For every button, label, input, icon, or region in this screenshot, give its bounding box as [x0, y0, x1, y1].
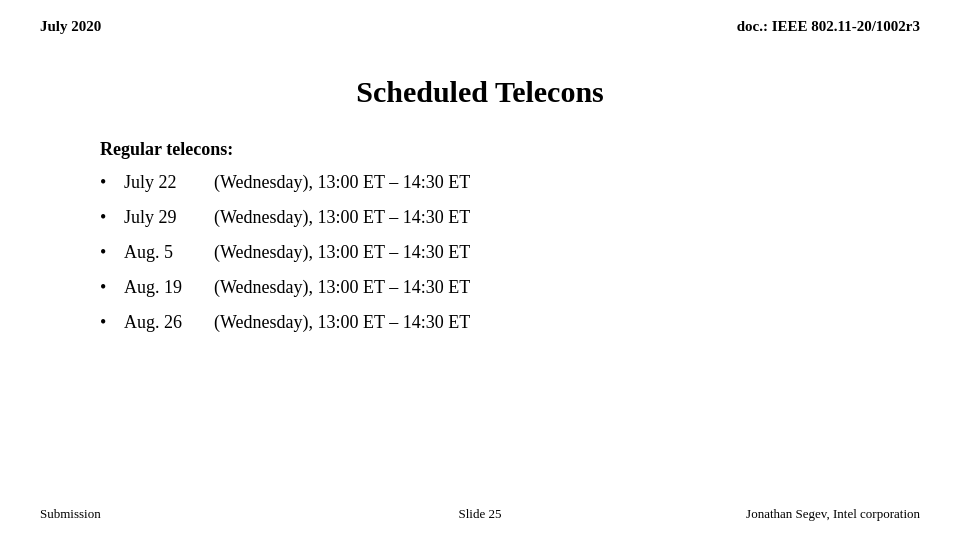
- list-item: •July 22(Wednesday), 13:00 ET – 14:30 ET: [100, 172, 920, 193]
- list-item: •July 29(Wednesday), 13:00 ET – 14:30 ET: [100, 207, 920, 228]
- footer-center: Slide 25: [459, 506, 502, 522]
- telecon-detail: (Wednesday), 13:00 ET – 14:30 ET: [214, 207, 470, 228]
- bullet-icon: •: [100, 172, 124, 193]
- header-left: July 2020: [40, 18, 101, 35]
- footer-left: Submission: [40, 506, 101, 522]
- telecon-date: Aug. 5: [124, 242, 214, 263]
- telecon-detail: (Wednesday), 13:00 ET – 14:30 ET: [214, 277, 470, 298]
- slide-title: Scheduled Telecons: [40, 75, 920, 109]
- bullet-icon: •: [100, 312, 124, 333]
- telecon-list: •July 22(Wednesday), 13:00 ET – 14:30 ET…: [100, 172, 920, 333]
- header-right: doc.: IEEE 802.11-20/1002r3: [737, 18, 920, 35]
- section-label: Regular telecons:: [100, 139, 920, 160]
- bullet-icon: •: [100, 242, 124, 263]
- list-item: •Aug. 26(Wednesday), 13:00 ET – 14:30 ET: [100, 312, 920, 333]
- footer-right: Jonathan Segev, Intel corporation: [746, 506, 920, 522]
- list-item: •Aug. 5(Wednesday), 13:00 ET – 14:30 ET: [100, 242, 920, 263]
- list-item: •Aug. 19(Wednesday), 13:00 ET – 14:30 ET: [100, 277, 920, 298]
- telecon-detail: (Wednesday), 13:00 ET – 14:30 ET: [214, 312, 470, 333]
- bullet-icon: •: [100, 277, 124, 298]
- telecon-date: Aug. 19: [124, 277, 214, 298]
- bullet-icon: •: [100, 207, 124, 228]
- telecon-date: July 22: [124, 172, 214, 193]
- telecon-detail: (Wednesday), 13:00 ET – 14:30 ET: [214, 242, 470, 263]
- telecon-date: Aug. 26: [124, 312, 214, 333]
- telecon-detail: (Wednesday), 13:00 ET – 14:30 ET: [214, 172, 470, 193]
- slide-container: July 2020 doc.: IEEE 802.11-20/1002r3 Sc…: [0, 0, 960, 540]
- content-area: Regular telecons: •July 22(Wednesday), 1…: [40, 139, 920, 333]
- telecon-date: July 29: [124, 207, 214, 228]
